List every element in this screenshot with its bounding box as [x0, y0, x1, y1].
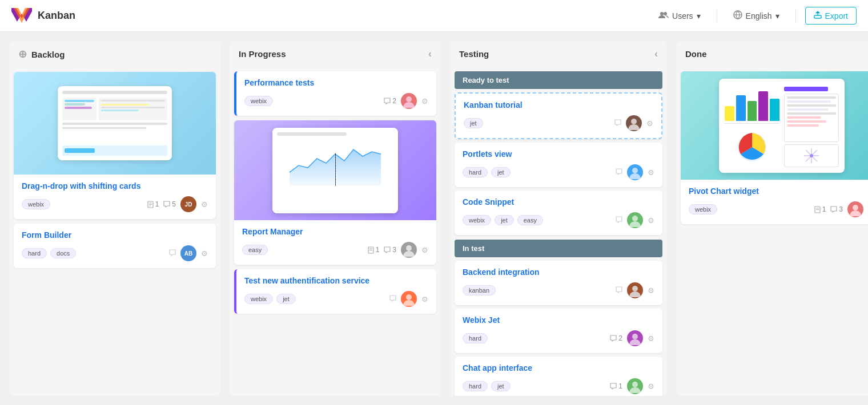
column-backlog-title: Backlog: [31, 50, 65, 59]
add-backlog-icon[interactable]: ⊕: [18, 48, 27, 60]
export-label: Export: [825, 11, 848, 21]
ready-cards: Kanban tutorial jet: [455, 92, 662, 235]
svg-point-2: [660, 12, 664, 15]
tag-jet-t6: jet: [491, 381, 511, 391]
card-title-t1[interactable]: Kanban tutorial: [464, 100, 653, 110]
avatar-t4: [627, 282, 643, 298]
svg-point-22: [632, 382, 638, 387]
logo-icon: [11, 6, 32, 26]
comment-count-d1: 3: [830, 205, 843, 213]
comment-count-ip1: 2: [384, 97, 396, 105]
column-ip-header: In Progress ‹: [230, 41, 441, 67]
section-ready-to-test: Ready to test: [455, 71, 662, 89]
section-in-test: In test: [455, 240, 662, 257]
done-cards: Pivot Chart widget webix 1: [676, 67, 868, 396]
file-count-d1: 1: [814, 205, 826, 213]
export-icon: [814, 11, 822, 21]
tag-easy-t3: easy: [517, 215, 543, 225]
gear-icon-ip2[interactable]: ⚙: [421, 246, 428, 254]
card-title-t5[interactable]: Webix Jet: [463, 315, 654, 325]
chat-icon-t4: [616, 285, 622, 295]
card-title-t3[interactable]: Code Snippet: [463, 197, 654, 206]
avatar-ip3: [401, 291, 417, 307]
gear-icon-t5[interactable]: ⚙: [648, 334, 654, 343]
gear-icon-t3[interactable]: ⚙: [648, 216, 654, 225]
card-image-d1: [681, 71, 868, 180]
tag-hard-t2: hard: [463, 167, 488, 177]
card-title-d1[interactable]: Pivot Chart widget: [689, 187, 868, 196]
card-t-4: Backend integration kanban: [455, 261, 662, 305]
column-backlog-header: ⊕ Backlog: [9, 41, 220, 67]
tag-jet-t3: jet: [495, 215, 514, 225]
tag-docs: docs: [50, 248, 76, 258]
card-t-2: Portlets view hard jet: [455, 143, 662, 187]
language-label: English: [746, 11, 772, 21]
gear-icon-t1[interactable]: ⚙: [646, 119, 653, 128]
file-count-ip2: 1: [368, 246, 380, 254]
card-t-6: Chat app interface hard jet 1: [455, 357, 662, 396]
card-title-t2[interactable]: Portlets view: [463, 149, 654, 159]
chat-icon-ip3: [389, 294, 396, 304]
column-done: Done ›: [676, 41, 868, 396]
gear-icon-b1[interactable]: ⚙: [201, 200, 208, 209]
avatar-ip2: [401, 242, 417, 258]
card-title-ip-3[interactable]: Test new authentification service: [244, 276, 428, 285]
svg-rect-11: [335, 153, 336, 186]
header: Kanban Users ▾ English ▾ Export: [0, 0, 868, 32]
comment-count-t6: 1: [610, 382, 622, 390]
collapse-ip-icon[interactable]: ‹: [428, 48, 432, 60]
card-title-backlog-1[interactable]: Drag-n-drop with shifting cards: [22, 181, 208, 191]
testing-group-ready: Ready to test Kanban tutorial jet: [455, 71, 662, 235]
comment-count-ip2: 3: [384, 246, 396, 254]
gear-icon-b2[interactable]: ⚙: [201, 249, 208, 258]
tag-webix-ip3: webix: [244, 294, 273, 304]
avatar-b2: AB: [180, 245, 196, 261]
globe-icon: [733, 10, 742, 21]
svg-point-28: [853, 205, 858, 210]
tag-kanban-t4: kanban: [463, 285, 496, 295]
card-t-5: Webix Jet hard 2: [455, 309, 662, 353]
backlog-cards: Drag-n-drop with shifting cards webix 1: [9, 67, 220, 396]
collapse-testing-icon[interactable]: ‹: [654, 48, 658, 60]
language-button[interactable]: English ▾: [726, 7, 786, 25]
chat-icon-t3: [616, 215, 622, 225]
comment-count-b1: 5: [163, 200, 176, 208]
card-image-backlog-1: [14, 72, 216, 175]
card-title-backlog-2[interactable]: Form Builder: [22, 230, 208, 240]
svg-point-24: [810, 154, 813, 157]
tag-jet-ip3: jet: [276, 294, 296, 304]
gear-icon-t6[interactable]: ⚙: [648, 382, 654, 391]
gear-icon-ip1[interactable]: ⚙: [421, 97, 428, 106]
tag-jet-t1: jet: [464, 118, 483, 128]
users-button[interactable]: Users ▾: [652, 7, 708, 24]
card-ip-3: Test new authentification service webix …: [234, 269, 436, 314]
svg-point-19: [632, 216, 638, 221]
card-title-ip-1[interactable]: Performance tests: [244, 78, 428, 87]
avatar-d1: [847, 201, 863, 217]
tag-hard-t5: hard: [463, 333, 488, 343]
column-testing-title: Testing: [459, 49, 489, 59]
column-done-header: Done ›: [676, 41, 868, 67]
users-label: Users: [672, 11, 693, 21]
chat-icon-t1: [614, 118, 621, 128]
tag-easy-ip2: easy: [242, 245, 268, 255]
svg-point-15: [406, 245, 412, 251]
card-backlog-1: Drag-n-drop with shifting cards webix 1: [14, 72, 216, 219]
card-ip-1: Performance tests webix 2: [234, 71, 436, 116]
card-title-ip-2[interactable]: Report Manager: [242, 227, 428, 236]
gear-icon-t2[interactable]: ⚙: [648, 168, 654, 177]
gear-icon-ip3[interactable]: ⚙: [421, 295, 428, 303]
chat-icon-t2: [616, 167, 622, 177]
avatar-t1: [626, 115, 642, 131]
header-divider-2: [795, 9, 796, 23]
users-icon: [658, 11, 669, 21]
avatar-t5: [627, 330, 643, 346]
users-chevron-icon: ▾: [697, 11, 701, 21]
tag-webix-ip1: webix: [244, 96, 273, 106]
card-title-t6[interactable]: Chat app interface: [463, 363, 654, 372]
gear-icon-t4[interactable]: ⚙: [648, 286, 654, 295]
column-ip-title: In Progress: [239, 49, 286, 59]
card-title-t4[interactable]: Backend integration: [463, 268, 654, 277]
app-title: Kanban: [38, 10, 75, 22]
export-button[interactable]: Export: [805, 7, 857, 25]
